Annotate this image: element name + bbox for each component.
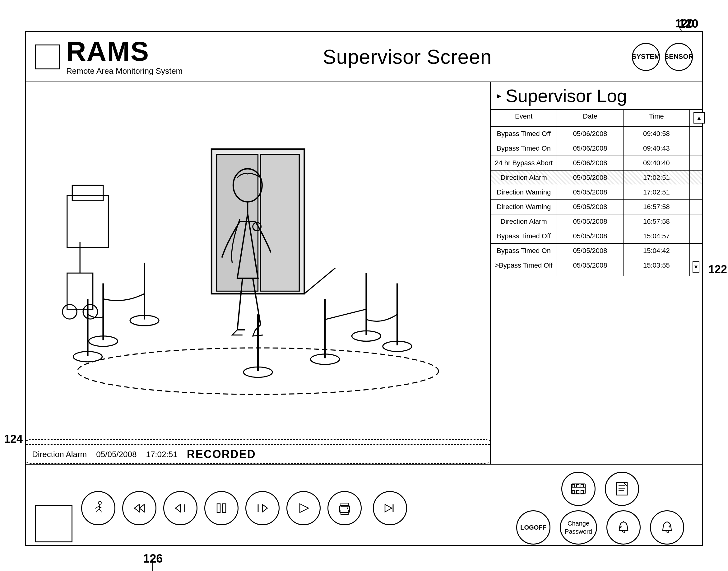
log-cell-event: Direction Alarm	[491, 170, 557, 185]
header: RAMS Remote Area Monitoring System Super…	[26, 32, 702, 82]
svg-line-31	[96, 509, 99, 512]
log-cell-event: 24 hr Bypass Abort	[491, 156, 557, 170]
log-row: Direction Warning05/05/200817:02:51	[491, 185, 702, 200]
svg-rect-54	[577, 484, 579, 487]
log-cell-scroll	[690, 185, 702, 200]
print-button[interactable]	[327, 491, 362, 525]
right-controls: LOGOFF ChangePassword	[514, 472, 687, 545]
log-table: Event Date Time ▲ Bypass Timed Off05/06/…	[491, 110, 702, 464]
scroll-down-button[interactable]: ▼	[693, 261, 699, 272]
svg-line-34	[98, 506, 101, 508]
log-column-headers: Event Date Time ▲	[491, 110, 702, 127]
log-icon: ▸	[497, 91, 501, 101]
col-date: Date	[557, 110, 623, 126]
status-recorded: RECORDED	[187, 448, 256, 461]
svg-point-29	[98, 501, 101, 504]
play-button[interactable]	[286, 491, 321, 525]
log-cell-scroll	[690, 200, 702, 214]
log-row: Direction Alarm05/05/200816:57:58	[491, 214, 702, 229]
log-cell-date: 05/05/2008	[557, 170, 623, 185]
svg-point-49	[347, 507, 348, 509]
logoff-label: LOGOFF	[520, 524, 546, 531]
svg-line-32	[99, 509, 102, 512]
log-row: >Bypass Timed Off05/05/200815:03:55▼	[491, 258, 702, 276]
walk-button[interactable]	[81, 491, 115, 525]
step-back-button[interactable]	[163, 491, 197, 525]
status-date: 05/05/2008	[96, 450, 137, 459]
svg-rect-41	[223, 504, 226, 512]
log-cell-date: 05/06/2008	[557, 127, 623, 141]
log-row: Bypass Timed Off05/06/200809:40:58	[491, 127, 702, 141]
svg-rect-53	[572, 484, 575, 487]
log-cell-date: 05/05/2008	[557, 229, 623, 243]
log-cell-date: 05/05/2008	[557, 258, 623, 276]
log-cell-time: 15:04:42	[623, 244, 690, 258]
log-cell-time: 16:57:58	[623, 200, 690, 214]
status-bar: Direction Alarm 05/05/2008 17:02:51 RECO…	[26, 444, 490, 464]
log-cell-time: 17:02:51	[623, 170, 690, 185]
log-cell-scroll	[690, 170, 702, 185]
col-scroll-up[interactable]: ▲	[690, 110, 702, 126]
rewind-button[interactable]	[122, 491, 156, 525]
bell-button-1[interactable]	[606, 510, 640, 545]
log-cell-scroll	[690, 141, 702, 155]
svg-line-33	[95, 506, 98, 508]
svg-rect-58	[581, 491, 583, 493]
change-password-label: ChangePassword	[565, 519, 592, 536]
main-frame: RAMS Remote Area Monitoring System Super…	[25, 31, 703, 546]
log-row: Bypass Timed On05/06/200809:40:43	[491, 141, 702, 156]
bottom-controls: LOGOFF ChangePassword	[26, 465, 702, 552]
log-cell-event: >Bypass Timed Off	[491, 258, 557, 276]
bell-button-2[interactable]	[650, 510, 684, 545]
skip-controls	[371, 491, 410, 525]
log-cell-event: Bypass Timed On	[491, 244, 557, 258]
scroll-up-button[interactable]: ▲	[694, 112, 705, 124]
svg-rect-55	[581, 484, 583, 487]
change-password-button[interactable]: ChangePassword	[560, 510, 597, 545]
col-time: Time	[623, 110, 690, 126]
ref-126-arrow-line	[152, 559, 153, 571]
screen-title: Supervisor Screen	[182, 45, 632, 69]
skip-button[interactable]	[373, 491, 407, 525]
main-content: Direction Alarm 05/05/2008 17:02:51 RECO…	[26, 82, 702, 465]
svg-marker-50	[385, 504, 392, 512]
log-row: Bypass Timed On05/05/200815:04:42	[491, 244, 702, 258]
document-button[interactable]	[605, 472, 639, 506]
log-cell-scroll	[690, 127, 702, 141]
log-cell-date: 05/05/2008	[557, 244, 623, 258]
log-cell-scroll	[690, 229, 702, 243]
log-title: Supervisor Log	[505, 85, 627, 106]
svg-rect-2	[217, 154, 258, 291]
log-cell-scroll: ▼	[690, 258, 702, 276]
system-button[interactable]: SYSTEM	[632, 43, 660, 71]
log-cell-scroll	[690, 244, 702, 258]
playback-controls	[79, 491, 364, 525]
svg-rect-40	[217, 504, 220, 512]
log-cell-time: 16:57:58	[623, 214, 690, 229]
log-row: Bypass Timed Off05/05/200815:04:57	[491, 229, 702, 244]
sensor-button[interactable]: SENSOR	[665, 43, 693, 71]
log-cell-date: 05/06/2008	[557, 141, 623, 155]
log-cell-event: Bypass Timed Off	[491, 127, 557, 141]
ref-label-122: 122	[708, 263, 727, 276]
right-top-controls	[559, 472, 641, 506]
ref-120: 120	[679, 17, 699, 30]
log-row: Direction Warning05/05/200816:57:58	[491, 200, 702, 214]
log-row: 24 hr Bypass Abort05/06/200809:40:40	[491, 156, 702, 170]
log-cell-date: 05/05/2008	[557, 200, 623, 214]
pause-button[interactable]	[204, 491, 239, 525]
scene-illustration	[26, 82, 490, 464]
svg-marker-35	[134, 504, 139, 512]
log-cell-time: 17:02:51	[623, 185, 690, 200]
rams-subtitle: Remote Area Monitoring System	[66, 66, 182, 76]
log-cell-date: 05/06/2008	[557, 156, 623, 170]
film-button[interactable]	[561, 472, 595, 506]
col-event: Event	[491, 110, 557, 126]
svg-marker-36	[139, 504, 144, 512]
log-cell-event: Direction Warning	[491, 185, 557, 200]
logoff-button[interactable]: LOGOFF	[516, 510, 551, 545]
log-row: Direction Alarm05/05/200817:02:51	[491, 170, 702, 185]
step-forward-button[interactable]	[245, 491, 280, 525]
svg-rect-3	[261, 154, 299, 291]
svg-marker-42	[263, 504, 267, 512]
